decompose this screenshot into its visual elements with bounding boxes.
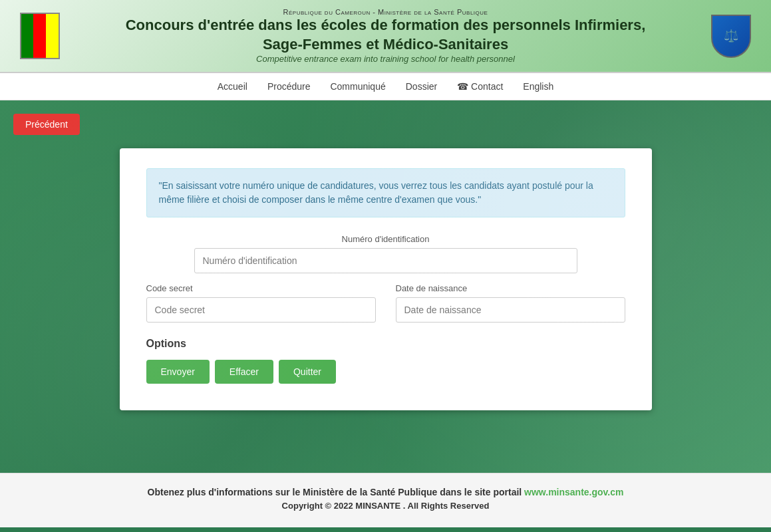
phone-icon: ☎ (457, 81, 471, 92)
logo-right: ⚖️ (704, 9, 758, 63)
footer-info: Obtenez plus d'informations sur le Minis… (13, 487, 758, 497)
site-header: République du Cameroun - Ministère de la… (0, 0, 771, 73)
code-label: Code secret (146, 283, 376, 293)
minsante-shield-logo: ⚖️ (711, 15, 751, 58)
header-title-line2: Sage-Femmes et Médico-Sanitaires (67, 35, 704, 55)
dob-input[interactable] (396, 297, 625, 323)
republic-text: République du Cameroun - Ministère de la… (67, 8, 704, 16)
nav-dossier[interactable]: Dossier (406, 81, 437, 92)
nav-english[interactable]: English (523, 81, 553, 92)
code-secret-group: Code secret (146, 283, 376, 323)
logo-left (13, 9, 67, 63)
nav-communique[interactable]: Communiqué (330, 81, 385, 92)
clear-button[interactable]: Effacer (215, 360, 273, 384)
site-footer: Obtenez plus d'informations sur le Minis… (0, 473, 771, 527)
nav-accueil[interactable]: Accueil (218, 81, 247, 92)
code-dob-row: Code secret Date de naissance (146, 283, 625, 334)
id-label: Numéro d'identification (146, 234, 625, 244)
options-label: Options (146, 338, 625, 350)
code-input[interactable] (146, 297, 376, 323)
dob-label: Date de naissance (396, 283, 625, 293)
form-card: "En saisissant votre numéro unique de ca… (120, 148, 652, 410)
info-text: "En saisissant votre numéro unique de ca… (159, 180, 593, 205)
footer-link[interactable]: www.minsante.gov.cm (524, 487, 623, 497)
form-buttons: Envoyer Effacer Quitter (146, 360, 625, 384)
main-nav: Accueil Procédure Communiqué Dossier ☎ C… (0, 73, 771, 100)
nav-procedure[interactable]: Procédure (267, 81, 311, 92)
cameroon-flag-logo (20, 13, 60, 59)
quit-button[interactable]: Quitter (279, 360, 336, 384)
footer-info-text: Obtenez plus d'informations sur le Minis… (148, 487, 522, 497)
header-subtitle: Competitive entrance exam into training … (67, 54, 704, 64)
nav-contact[interactable]: ☎ Contact (457, 81, 503, 92)
send-button[interactable]: Envoyer (146, 360, 210, 384)
identification-group: Numéro d'identification (146, 234, 625, 273)
main-content: Précédent "En saisissant votre numéro un… (0, 100, 771, 473)
header-title-line1: Concours d'entrée dans les écoles de for… (67, 16, 704, 35)
id-input[interactable] (194, 248, 577, 273)
header-center: République du Cameroun - Ministère de la… (67, 8, 704, 64)
dob-group: Date de naissance (396, 283, 625, 323)
copyright-text: Copyright © 2022 MINSANTE . All Rights R… (13, 501, 758, 511)
back-button[interactable]: Précédent (13, 114, 80, 135)
info-box: "En saisissant votre numéro unique de ca… (146, 168, 625, 217)
